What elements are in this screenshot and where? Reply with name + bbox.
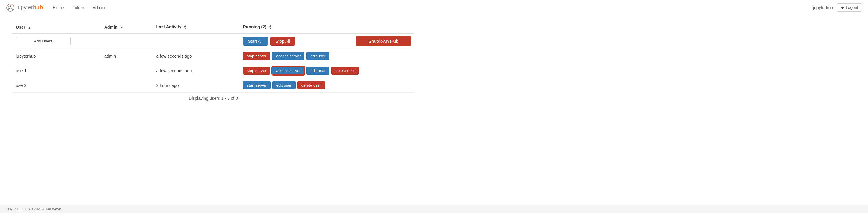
bulk-actions-cell: Start All Stop All Shutdown Hub bbox=[239, 33, 414, 49]
edit-user-button-2[interactable]: edit user bbox=[273, 81, 296, 89]
stop-server-button-1[interactable]: stop server bbox=[243, 66, 270, 75]
th-admin[interactable]: Admin ▼ bbox=[100, 21, 153, 33]
table-row: user1 a few seconds ago stop server acce… bbox=[12, 63, 414, 78]
table-row: user2 2 hours ago start server edit user… bbox=[12, 78, 414, 93]
brand-hub-text: hub bbox=[33, 4, 43, 11]
displaying-row: Displaying users 1 - 3 of 3 bbox=[12, 93, 414, 104]
edit-user-button-0[interactable]: edit user bbox=[306, 52, 330, 60]
main-content: User ▲ Admin ▼ Last Activity ▲▼ Running … bbox=[0, 15, 427, 110]
cell-activity-1: a few seconds ago bbox=[152, 63, 239, 78]
cell-activity-2: 2 hours ago bbox=[152, 78, 239, 93]
cell-actions-1: stop server access server edit user dele… bbox=[239, 63, 414, 78]
access-server-button-0[interactable]: access server bbox=[272, 52, 305, 60]
nav-links: Home Token Admin bbox=[49, 3, 813, 12]
logout-icon: ➔ bbox=[841, 5, 844, 10]
logout-button[interactable]: ➔ Logout bbox=[837, 3, 862, 11]
admin-sort-desc-icon: ▼ bbox=[120, 25, 123, 30]
user-sort-asc-icon: ▲ bbox=[28, 25, 31, 30]
shutdown-hub-button[interactable]: Shutdown Hub bbox=[356, 36, 411, 46]
cell-actions-0: stop server access server edit user bbox=[239, 49, 414, 63]
add-users-cell: Add Users bbox=[12, 33, 100, 49]
svg-point-3 bbox=[10, 5, 11, 6]
start-all-button[interactable]: Start All bbox=[243, 36, 268, 46]
brand-jupyter-text: jupyter bbox=[17, 4, 33, 11]
running-sort-icon: ▲▼ bbox=[269, 24, 272, 30]
navbar-right: jupyterhub ➔ Logout bbox=[813, 3, 862, 11]
access-server-button-1[interactable]: access server bbox=[272, 66, 305, 75]
cell-admin-0: admin bbox=[100, 49, 153, 63]
th-running[interactable]: Running (2) ▲▼ bbox=[239, 21, 414, 33]
cell-username-0: jupyterhub bbox=[12, 49, 100, 63]
brand-link[interactable]: jupyterhub bbox=[6, 3, 43, 12]
table-row: jupyterhub admin a few seconds ago stop … bbox=[12, 49, 414, 63]
action-row: Add Users Start All Stop All Shutdown Hu… bbox=[12, 33, 414, 49]
cell-activity-0: a few seconds ago bbox=[152, 49, 239, 63]
cell-username-2: user2 bbox=[12, 78, 100, 93]
navbar-username: jupyterhub bbox=[813, 5, 833, 10]
cell-admin-1 bbox=[100, 63, 153, 78]
svg-point-4 bbox=[8, 8, 9, 10]
nav-token[interactable]: Token bbox=[69, 3, 88, 12]
th-user[interactable]: User ▲ bbox=[12, 21, 100, 33]
edit-user-button-1[interactable]: edit user bbox=[306, 66, 330, 75]
th-last-activity[interactable]: Last Activity ▲▼ bbox=[152, 21, 239, 33]
svg-point-5 bbox=[12, 8, 13, 10]
navbar: jupyterhub Home Token Admin jupyterhub ➔… bbox=[0, 0, 868, 15]
stop-server-button-0[interactable]: stop server bbox=[243, 52, 270, 60]
cell-admin-2 bbox=[100, 78, 153, 93]
start-server-button-2[interactable]: start server bbox=[243, 81, 271, 89]
nav-home[interactable]: Home bbox=[49, 3, 68, 12]
cell-actions-2: start server edit user delete user bbox=[239, 78, 414, 93]
admin-table: User ▲ Admin ▼ Last Activity ▲▼ Running … bbox=[12, 21, 414, 104]
activity-sort-icon: ▲▼ bbox=[184, 24, 187, 30]
stop-all-button[interactable]: Stop All bbox=[270, 36, 295, 46]
delete-user-button-2[interactable]: delete user bbox=[298, 81, 325, 89]
brand-logo-icon bbox=[6, 3, 14, 12]
cell-username-1: user1 bbox=[12, 63, 100, 78]
nav-admin[interactable]: Admin bbox=[89, 3, 108, 12]
displaying-text: Displaying users 1 - 3 of 3 bbox=[12, 93, 414, 104]
logout-label: Logout bbox=[846, 5, 858, 10]
delete-user-button-1[interactable]: delete user bbox=[331, 66, 359, 75]
add-users-button[interactable]: Add Users bbox=[16, 37, 71, 45]
